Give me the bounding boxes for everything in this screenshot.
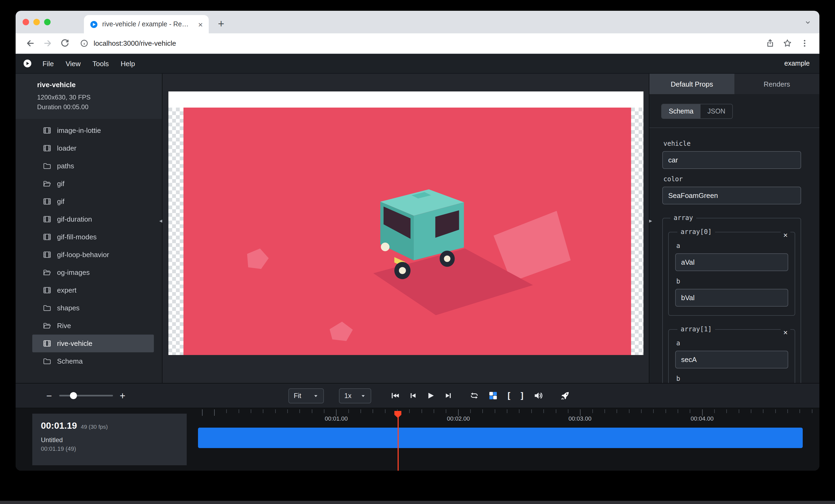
menu-item-help[interactable]: Help xyxy=(115,59,141,67)
timeline-info-panel: 00:01.19 49 (30 fps) Untitled 00:01.19 (… xyxy=(32,414,187,465)
subtab-schema[interactable]: Schema xyxy=(662,104,700,118)
sidebar-item-og-images[interactable]: og-images xyxy=(32,264,154,281)
zoom-in-icon[interactable]: + xyxy=(120,391,125,400)
zoom-window-button[interactable] xyxy=(44,19,50,25)
remotion-studio: File View Tools Help example rive-vehicl… xyxy=(16,54,819,471)
zoom-slider-knob[interactable] xyxy=(70,392,77,399)
timeline-ruler[interactable]: 00:01.00 00:02.00 00:03.00 00:04.00 xyxy=(198,408,819,424)
sidebar-item-gif-duration[interactable]: gif-duration xyxy=(32,210,154,228)
composition-list: image-in-lottie loader paths gif xyxy=(16,119,162,370)
sidebar-item-paths[interactable]: paths xyxy=(32,157,154,175)
in-point-icon[interactable]: [ xyxy=(506,391,511,400)
window-controls xyxy=(16,19,58,25)
schema-editor: vehicle color array array[0] × a b xyxy=(649,128,819,383)
sidebar-item-label: gif xyxy=(57,180,64,188)
playback-speed-select[interactable]: 1x xyxy=(339,388,371,403)
out-point-icon[interactable]: ] xyxy=(520,391,525,400)
render-rocket-icon[interactable] xyxy=(560,390,571,401)
sidebar-item-label: expert xyxy=(57,286,76,294)
browser-window: rive-vehicle / example - Remot × + xyxy=(16,11,819,471)
collapse-panel-arrow-icon[interactable]: ▸ xyxy=(649,218,652,224)
address-bar: localhost:3000/rive-vehicle xyxy=(16,33,819,54)
subtab-json[interactable]: JSON xyxy=(700,104,733,118)
sidebar-item-rive-vehicle[interactable]: rive-vehicle xyxy=(32,335,154,352)
current-frame: 49 (30 fps) xyxy=(81,423,108,430)
desktop-bottom-strip xyxy=(0,501,835,504)
menu-item-file[interactable]: File xyxy=(37,59,60,67)
remove-array-item-icon[interactable]: × xyxy=(781,328,790,337)
speed-select-value: 1x xyxy=(344,392,351,399)
sidebar-item-loader[interactable]: loader xyxy=(32,139,154,157)
url-field[interactable]: localhost:3000/rive-vehicle xyxy=(74,39,761,47)
composition-resolution: 1200x630, 30 FPS xyxy=(37,92,156,102)
animation-frame xyxy=(183,108,631,355)
tab-default-props[interactable]: Default Props xyxy=(649,74,734,94)
reload-icon[interactable] xyxy=(57,36,73,51)
track-name: Untitled xyxy=(41,436,178,444)
sidebar-item-label: shapes xyxy=(57,304,80,312)
fit-select[interactable]: Fit xyxy=(288,388,324,403)
zoom-controls: − + xyxy=(46,383,125,408)
array-item-1-fieldset: array[1] × a b xyxy=(668,326,795,383)
browser-tab[interactable]: rive-vehicle / example - Remot × xyxy=(84,15,209,33)
menu-item-tools[interactable]: Tools xyxy=(87,59,115,67)
jump-to-start-icon[interactable] xyxy=(389,390,400,401)
remotion-logo-icon[interactable] xyxy=(23,59,32,68)
tab-search-chevron-icon[interactable] xyxy=(805,19,811,25)
array-item-0-fieldset: array[0] × a b xyxy=(668,228,795,316)
tick-label: 00:04.00 xyxy=(691,415,714,422)
array-label: array xyxy=(670,214,696,222)
sidebar-item-rive[interactable]: Rive xyxy=(32,317,154,335)
loop-icon[interactable] xyxy=(469,390,480,401)
sidebar-item-gif[interactable]: gif xyxy=(32,193,154,210)
chevron-down-icon xyxy=(313,393,319,398)
zoom-slider[interactable] xyxy=(59,392,113,400)
share-icon[interactable] xyxy=(762,36,778,51)
array-1-a-input[interactable] xyxy=(675,351,788,369)
tab-renders[interactable]: Renders xyxy=(734,74,819,94)
film-icon xyxy=(43,144,51,152)
close-window-button[interactable] xyxy=(23,19,29,25)
transparency-checkerboard-icon[interactable] xyxy=(487,390,498,401)
array-0-b-input[interactable] xyxy=(675,289,788,307)
back-icon[interactable] xyxy=(23,36,38,51)
volume-icon[interactable] xyxy=(533,390,544,401)
sidebar-item-label: image-in-lottie xyxy=(57,126,101,134)
minimize-window-button[interactable] xyxy=(33,19,40,25)
folder-icon xyxy=(43,357,51,365)
zoom-out-icon[interactable]: − xyxy=(46,391,52,400)
sidebar-item-label: Schema xyxy=(57,357,83,365)
bookmark-star-icon[interactable] xyxy=(779,36,795,51)
playhead-line[interactable] xyxy=(398,413,399,471)
transport-controls: Fit 1x xyxy=(288,383,571,408)
color-input[interactable] xyxy=(662,187,801,204)
sidebar-item-shapes[interactable]: shapes xyxy=(32,299,154,317)
collapse-sidebar-arrow-icon[interactable]: ◂ xyxy=(159,218,162,224)
current-time: 00:01.19 xyxy=(41,421,77,432)
previous-frame-icon[interactable] xyxy=(407,390,418,401)
vehicle-label: vehicle xyxy=(664,140,801,147)
play-icon[interactable] xyxy=(425,390,436,401)
sidebar-item-schema[interactable]: Schema xyxy=(32,352,154,370)
array-0-a-input[interactable] xyxy=(675,253,788,271)
array-item-0-label: array[0] xyxy=(677,228,715,236)
fit-select-value: Fit xyxy=(294,392,301,399)
tab-close-icon[interactable]: × xyxy=(196,20,204,28)
vehicle-input[interactable] xyxy=(662,151,801,169)
folder-open-icon xyxy=(43,322,51,330)
tab-favicon-icon xyxy=(90,20,98,28)
preview-area: ◂ xyxy=(162,74,649,383)
new-tab-button[interactable]: + xyxy=(213,16,229,31)
sidebar-item-gif-loop-behavior[interactable]: gif-loop-behavior xyxy=(32,246,154,264)
site-info-icon[interactable] xyxy=(80,39,88,47)
timeline-track-bar[interactable] xyxy=(198,427,803,448)
sidebar-item-expert[interactable]: expert xyxy=(32,281,154,299)
url-text: localhost:3000/rive-vehicle xyxy=(94,39,176,47)
menu-item-view[interactable]: View xyxy=(60,59,87,67)
remove-array-item-icon[interactable]: × xyxy=(781,230,790,240)
sidebar-item-gif-fill-modes[interactable]: gif-fill-modes xyxy=(32,228,154,246)
sidebar-item-gif-folder[interactable]: gif xyxy=(32,175,154,193)
browser-menu-kebab-icon[interactable] xyxy=(797,36,812,51)
sidebar-item-image-in-lottie[interactable]: image-in-lottie xyxy=(32,122,154,139)
jump-to-end-icon[interactable] xyxy=(443,390,453,401)
